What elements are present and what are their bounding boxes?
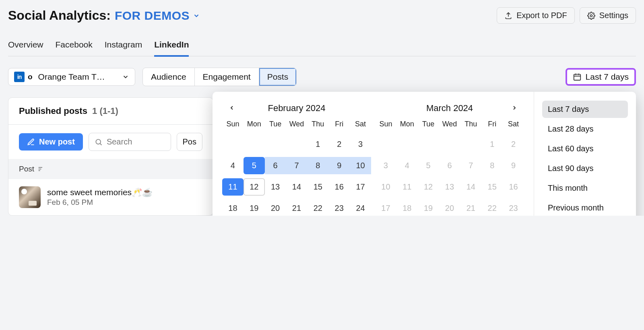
calendar-day[interactable]: 5 [418, 157, 439, 174]
calendar-day[interactable]: 20 [265, 200, 286, 216]
date-range-popover: February 2024 SunMonTueWedThuFriSat 1234… [213, 92, 636, 216]
project-name: FOR DEMOS [115, 9, 190, 23]
calendar-day[interactable]: 17 [350, 178, 371, 196]
calendar-day[interactable]: 13 [265, 178, 286, 196]
next-month-button[interactable] [507, 101, 522, 115]
calendar-day[interactable]: 4 [396, 157, 418, 174]
calendar-day[interactable]: 19 [418, 200, 439, 216]
dow-label: Sun [222, 120, 244, 132]
calendar-day[interactable]: 14 [286, 178, 308, 196]
calendar-day[interactable]: 6 [439, 157, 460, 174]
calendar-day[interactable]: 15 [307, 178, 328, 196]
dow-label: Fri [481, 120, 503, 132]
calendar-day[interactable]: 10 [350, 157, 371, 174]
calendar-day[interactable]: 20 [439, 200, 460, 216]
subtab-segmented: AudienceEngagementPosts [142, 68, 297, 86]
calendar-day[interactable]: 2 [503, 136, 524, 153]
network-tabs: OverviewFacebookInstagramLinkedIn [8, 36, 636, 56]
preset-option[interactable]: This month [542, 179, 628, 197]
calendar-day[interactable]: 18 [222, 200, 244, 216]
tab-overview[interactable]: Overview [8, 36, 43, 56]
calendar-day[interactable]: 6 [265, 157, 286, 174]
dow-label: Wed [439, 120, 460, 132]
calendar-day[interactable]: 8 [307, 157, 328, 174]
calendar-day[interactable]: 8 [481, 157, 503, 174]
calendar-day[interactable]: 11 [222, 178, 244, 196]
calendar-day[interactable]: 11 [396, 178, 418, 196]
calendar-day[interactable]: 23 [328, 200, 350, 216]
calendar-left: February 2024 SunMonTueWedThuFriSat 1234… [222, 101, 371, 216]
calendar-day[interactable]: 12 [418, 178, 439, 196]
calendar-day[interactable]: 7 [286, 157, 308, 174]
calendar-day[interactable]: 12 [244, 178, 265, 196]
calendar-day[interactable]: 19 [244, 200, 265, 216]
sort-icon [37, 166, 44, 172]
dow-label: Wed [286, 120, 308, 132]
post-title: some sweet memories🥂☕ [47, 188, 153, 197]
calendar-icon [573, 72, 582, 81]
export-icon [504, 12, 512, 20]
calendar-right: March 2024 SunMonTueWedThuFriSat 1234567… [375, 101, 524, 216]
page-header: Social Analytics: FOR DEMOS Export to PD… [8, 7, 636, 24]
calendar-day[interactable]: 7 [460, 157, 481, 174]
table-row[interactable]: some sweet memories🥂☕ Feb 6, 05 PM [8, 179, 213, 215]
preset-option[interactable]: Last 28 days [542, 120, 628, 138]
calendar-day[interactable]: 3 [350, 136, 371, 153]
export-pdf-button[interactable]: Export to PDF [497, 7, 575, 24]
prev-month-button[interactable] [225, 101, 239, 115]
search-placeholder: Search [107, 137, 132, 146]
tab-facebook[interactable]: Facebook [56, 36, 93, 56]
dow-label: Mon [396, 120, 418, 132]
calendar-day[interactable]: 13 [439, 178, 460, 196]
calendar-day[interactable]: 1 [307, 136, 328, 153]
preset-option[interactable]: Last 90 days [542, 160, 628, 177]
calendar-day[interactable]: 16 [328, 178, 350, 196]
subtab-audience[interactable]: Audience [143, 68, 195, 86]
subtab-engagement[interactable]: Engagement [195, 68, 259, 86]
search-input[interactable]: Search [89, 133, 171, 151]
calendar-day[interactable]: 23 [503, 200, 524, 216]
calendar-day[interactable]: 9 [503, 157, 524, 174]
month-title-left: February 2024 [268, 103, 325, 113]
tab-instagram[interactable]: Instagram [105, 36, 142, 56]
chevron-down-icon [122, 73, 129, 80]
dow-label: Tue [418, 120, 439, 132]
published-posts-card: Published posts 1 (1-1) New post Search … [8, 97, 213, 216]
filter-dropdown[interactable]: Pos [177, 133, 202, 151]
month-title-right: March 2024 [426, 103, 473, 113]
date-range-button[interactable]: Last 7 days [566, 68, 636, 86]
search-icon [95, 138, 103, 146]
svg-rect-1 [574, 74, 580, 80]
calendar-day[interactable]: 22 [307, 200, 328, 216]
calendar-day[interactable]: 21 [460, 200, 481, 216]
calendar-day[interactable]: 10 [375, 178, 396, 196]
settings-button[interactable]: Settings [580, 7, 636, 24]
column-post-label: Post [19, 165, 34, 173]
calendar-day[interactable]: 1 [481, 136, 503, 153]
account-selector[interactable]: in o Orange Team T… [8, 68, 135, 86]
calendar-day[interactable]: 5 [244, 157, 265, 174]
calendar-day[interactable]: 2 [328, 136, 350, 153]
calendar-day[interactable]: 4 [222, 157, 244, 174]
calendar-day[interactable]: 21 [286, 200, 308, 216]
calendar-day[interactable]: 22 [481, 200, 503, 216]
new-post-button[interactable]: New post [19, 133, 83, 151]
preset-option[interactable]: Last 7 days [542, 101, 628, 118]
subtab-posts[interactable]: Posts [259, 68, 297, 86]
project-selector[interactable]: FOR DEMOS [115, 9, 200, 23]
calendar-day[interactable]: 17 [375, 200, 396, 216]
table-header[interactable]: Post [8, 159, 213, 179]
calendar-day[interactable]: 9 [328, 157, 350, 174]
card-count: 1 (1-1) [92, 106, 118, 116]
preset-option[interactable]: Last 60 days [542, 140, 628, 157]
calendar-day[interactable]: 18 [396, 200, 418, 216]
calendar-day[interactable]: 24 [350, 200, 371, 216]
dow-label: Sun [375, 120, 396, 132]
calendar-day[interactable]: 3 [375, 157, 396, 174]
dow-label: Sat [503, 120, 524, 132]
tab-linkedin[interactable]: LinkedIn [154, 36, 189, 57]
calendar-day[interactable]: 16 [503, 178, 524, 196]
preset-option[interactable]: Previous month [542, 199, 628, 216]
calendar-day[interactable]: 14 [460, 178, 481, 196]
calendar-day[interactable]: 15 [481, 178, 503, 196]
